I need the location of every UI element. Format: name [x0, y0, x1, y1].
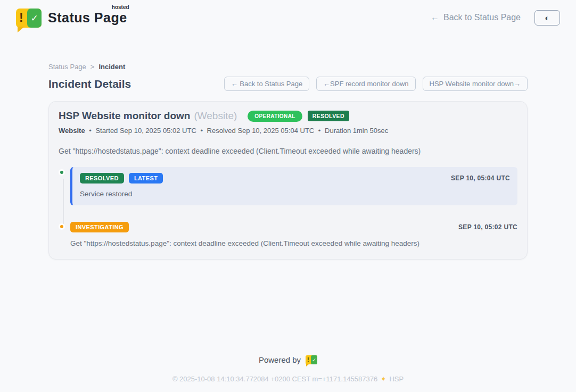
- breadcrumb-separator: >: [90, 63, 95, 71]
- entry-timestamp: SEP 10, 05:02 UTC: [458, 223, 517, 231]
- incident-nav: ← Back to Status Page ←SPF record monito…: [224, 77, 528, 91]
- breadcrumb-status-page[interactable]: Status Page: [48, 63, 86, 71]
- back-to-status-page-button[interactable]: ← Back to Status Page: [224, 77, 309, 91]
- resolved-status-badge: RESOLVED: [80, 173, 124, 184]
- incident-card: HSP Website monitor down (Website) OPERA…: [48, 101, 528, 260]
- latest-badge: LATEST: [129, 173, 163, 184]
- check-icon: ✓: [312, 357, 316, 363]
- exclamation-icon: !: [19, 11, 23, 25]
- next-incident-button[interactable]: HSP Website monitor down→: [423, 77, 528, 91]
- sparkle-icon: ✦: [381, 375, 386, 383]
- exclamation-icon: !: [307, 356, 309, 363]
- left-arrow-icon: ←: [431, 13, 439, 22]
- resolved-badge: RESOLVED: [308, 111, 349, 121]
- prev-incident-button[interactable]: ←SPF record monitor down: [316, 77, 415, 91]
- timeline-entry-investigating: INVESTIGATING SEP 10, 05:02 UTC Get "htt…: [59, 221, 517, 247]
- orange-dot-icon: [59, 223, 65, 230]
- incident-component: (Website): [194, 110, 237, 122]
- copyright-text: © 2025-10-08 14:10:34.772084 +0200 CEST …: [172, 375, 377, 383]
- back-to-status-page-link[interactable]: ← Back to Status Page: [431, 13, 521, 22]
- meta-resolved: Resolved Sep 10, 2025 05:04 UTC: [207, 127, 315, 135]
- page-title: Incident Details: [48, 78, 131, 90]
- footer: Powered by ! ✓ © 2025-10-08 14:10:34.772…: [48, 355, 528, 383]
- investigating-status-badge: INVESTIGATING: [70, 222, 129, 232]
- meta-duration: Duration 1min 50sec: [325, 127, 388, 135]
- incident-timeline: RESOLVED LATEST SEP 10, 05:04 UTC Servic…: [59, 167, 517, 247]
- incident-title: HSP Website monitor down: [59, 110, 190, 122]
- check-icon: ✓: [30, 13, 38, 24]
- operational-badge: OPERATIONAL: [248, 111, 302, 122]
- logo-hosted-label: hosted: [112, 4, 129, 10]
- timeline-entry-resolved: RESOLVED LATEST SEP 10, 05:04 UTC Servic…: [59, 167, 517, 205]
- timeline-entry-card: RESOLVED LATEST SEP 10, 05:04 UTC Servic…: [70, 167, 517, 205]
- brand-label: HSP: [389, 375, 404, 383]
- incident-meta: Website • Started Sep 10, 2025 05:02 UTC…: [59, 127, 517, 135]
- powered-by: Powered by ! ✓: [259, 355, 317, 364]
- meta-started: Started Sep 10, 2025 05:02 UTC: [95, 127, 196, 135]
- back-link-label: Back to Status Page: [443, 13, 521, 22]
- entry-timestamp: SEP 10, 05:04 UTC: [451, 174, 510, 182]
- breadcrumb-incident: Incident: [98, 63, 125, 71]
- theme-toggle-button[interactable]: ◐: [534, 10, 560, 26]
- hsp-logo-icon: ! ✓: [306, 355, 317, 364]
- meta-component: Website: [59, 127, 85, 135]
- entry-message: Service restored: [80, 190, 510, 198]
- header: ! ✓ Status Page hosted ← Back to Status …: [0, 0, 576, 28]
- entry-message: Get "https://hostedstatus.page": context…: [70, 239, 517, 247]
- copyright: © 2025-10-08 14:10:34.772084 +0200 CEST …: [48, 375, 528, 383]
- status-page-logo-icon: ! ✓: [16, 9, 42, 28]
- incident-description: Get "https://hostedstatus.page": context…: [59, 147, 517, 155]
- powered-by-label: Powered by: [259, 355, 301, 364]
- logo-text: Status Page: [48, 10, 127, 25]
- green-dot-icon: [59, 169, 65, 176]
- app-logo[interactable]: ! ✓ Status Page hosted: [16, 7, 127, 28]
- breadcrumb: Status Page > Incident: [48, 63, 528, 71]
- half-circle-theme-icon: ◐: [545, 14, 549, 22]
